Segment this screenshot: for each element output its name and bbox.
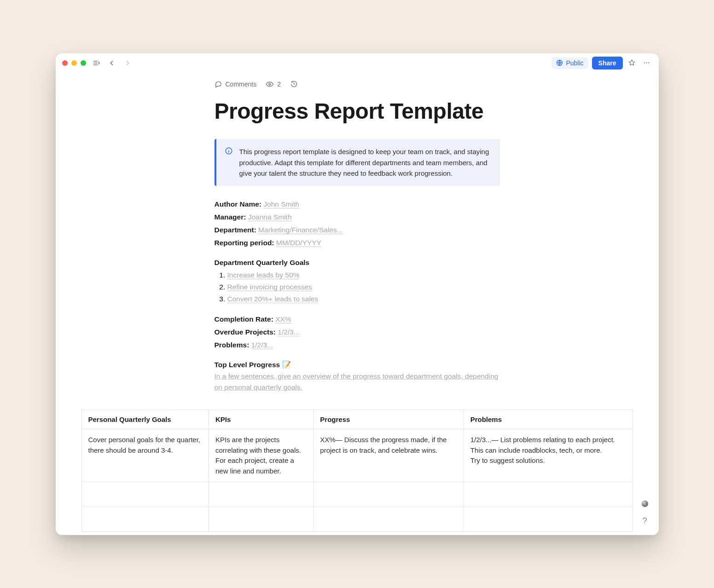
reporting-period-value: MM/DD/YYYY — [276, 239, 321, 247]
comment-icon — [215, 80, 222, 88]
info-callout: This progress report template is designe… — [215, 139, 500, 186]
manager-field[interactable]: Manager: Joanna Smith — [215, 212, 500, 223]
cell-progress[interactable] — [313, 482, 464, 507]
info-icon — [225, 147, 233, 179]
problems-label: Problems: — [215, 341, 250, 349]
titlebar: Public Share — [56, 53, 659, 73]
floating-help-controls: ? — [639, 498, 650, 527]
table-row[interactable]: Cover personal goals for the quarter, th… — [81, 429, 633, 482]
svg-point-4 — [269, 83, 271, 85]
top-level-progress-placeholder[interactable]: In a few sentences, give an overview of … — [215, 371, 500, 393]
comments-label: Comments — [226, 81, 257, 88]
cell-kpis[interactable] — [209, 507, 313, 532]
col-header-goals: Personal Quarterly Goals — [81, 410, 209, 429]
overdue-projects-value: 1/2/3... — [278, 328, 299, 336]
goal-text: Increase leads by 50% — [227, 271, 300, 279]
svg-point-2 — [646, 62, 647, 63]
app-window: Public Share Comments 2 — [56, 53, 659, 535]
cell-progress[interactable] — [313, 507, 464, 532]
chevron-right-icon — [124, 60, 131, 66]
maximize-window-button[interactable] — [81, 60, 86, 66]
overdue-projects-field[interactable]: Overdue Projects: 1/2/3... — [215, 327, 500, 338]
cell-problems[interactable]: 1/2/3...— List problems relating to each… — [464, 429, 633, 482]
goal-text: Convert 20%+ leads to sales — [227, 295, 319, 303]
views-indicator[interactable]: 2 — [266, 80, 281, 88]
history-button[interactable] — [290, 80, 298, 88]
page-title: Progress Report Template — [215, 99, 500, 124]
cell-goals[interactable]: Cover personal goals for the quarter, th… — [81, 429, 209, 482]
more-horizontal-icon — [643, 59, 650, 67]
eye-icon — [266, 80, 274, 88]
visibility-label: Public — [566, 59, 583, 67]
dept-goals-list: Increase leads by 50% Refine invoicing p… — [227, 270, 500, 305]
goal-item[interactable]: Increase leads by 50% — [227, 270, 500, 281]
table-row[interactable] — [81, 507, 633, 532]
cell-problems[interactable] — [464, 482, 633, 507]
document-meta-row: Comments 2 — [215, 80, 500, 88]
more-options-button[interactable] — [641, 58, 652, 69]
author-value: John Smith — [263, 200, 299, 208]
table-header-row: Personal Quarterly Goals KPIs Progress P… — [81, 410, 633, 429]
window-left-controls — [62, 58, 133, 69]
cell-goals[interactable] — [81, 482, 209, 507]
star-icon — [628, 59, 636, 67]
svg-point-1 — [644, 62, 644, 63]
nav-forward-button[interactable] — [122, 58, 133, 69]
author-field[interactable]: Author Name: John Smith — [215, 199, 500, 210]
progress-table-wrap: Personal Quarterly Goals KPIs Progress P… — [56, 409, 659, 532]
manager-label: Manager: — [215, 213, 246, 221]
table-row[interactable] — [81, 482, 633, 507]
history-icon — [290, 80, 298, 88]
globe-icon — [556, 59, 563, 66]
sidebar-toggle-button[interactable] — [91, 58, 102, 69]
chevron-left-icon — [109, 60, 115, 66]
progress-table[interactable]: Personal Quarterly Goals KPIs Progress P… — [81, 409, 633, 532]
visibility-button[interactable]: Public — [551, 57, 588, 69]
favorite-button[interactable] — [627, 58, 638, 69]
cell-problems[interactable] — [464, 507, 633, 532]
sphere-icon — [641, 500, 649, 508]
overdue-projects-label: Overdue Projects: — [215, 328, 276, 336]
cell-goals[interactable] — [81, 507, 209, 532]
goal-item[interactable]: Convert 20%+ leads to sales — [227, 294, 500, 305]
completion-rate-value: XX% — [275, 315, 291, 323]
goal-item[interactable]: Refine invoicing processes — [227, 282, 500, 293]
sidebar-toggle-icon — [93, 59, 100, 67]
department-value: Marketing/Finance/Sales... — [258, 226, 343, 234]
problems-field[interactable]: Problems: 1/2/3... — [215, 340, 500, 351]
department-field[interactable]: Department: Marketing/Finance/Sales... — [215, 225, 500, 236]
cell-progress[interactable]: XX%— Discuss the progress made, if the p… — [313, 429, 464, 482]
problems-value: 1/2/3... — [251, 341, 273, 349]
document-body: Comments 2 Progress Report Template This… — [215, 73, 500, 393]
author-label: Author Name: — [215, 200, 261, 208]
top-level-progress-heading: Top Level Progress 📝 — [215, 361, 500, 369]
comments-button[interactable]: Comments — [215, 80, 257, 88]
col-header-kpis: KPIs — [209, 410, 313, 429]
reporting-period-label: Reporting period: — [215, 239, 274, 247]
close-window-button[interactable] — [62, 60, 68, 66]
dept-goals-heading: Department Quarterly Goals — [215, 259, 500, 267]
col-header-progress: Progress — [313, 410, 464, 429]
traffic-lights — [62, 60, 86, 66]
cell-kpis[interactable] — [209, 482, 313, 507]
department-label: Department: — [215, 226, 256, 234]
cell-kpis[interactable]: KPIs are the projects correlating with t… — [209, 429, 313, 482]
reporting-period-field[interactable]: Reporting period: MM/DD/YYYY — [215, 237, 500, 248]
share-button[interactable]: Share — [592, 57, 623, 69]
document-scroll-area[interactable]: Comments 2 Progress Report Template This… — [56, 73, 659, 535]
minimize-window-button[interactable] — [71, 60, 77, 66]
goal-text: Refine invoicing processes — [227, 283, 312, 291]
col-header-problems: Problems — [464, 410, 633, 429]
help-button[interactable]: ? — [639, 516, 650, 527]
window-right-controls: Public Share — [551, 57, 652, 69]
views-count: 2 — [277, 81, 281, 88]
nav-back-button[interactable] — [106, 58, 117, 69]
completion-rate-label: Completion Rate: — [215, 315, 273, 323]
assistant-button[interactable] — [639, 498, 650, 509]
svg-point-6 — [641, 500, 648, 507]
svg-point-3 — [648, 62, 649, 63]
callout-text: This progress report template is designe… — [239, 146, 492, 179]
completion-rate-field[interactable]: Completion Rate: XX% — [215, 314, 500, 325]
manager-value: Joanna Smith — [248, 213, 292, 221]
